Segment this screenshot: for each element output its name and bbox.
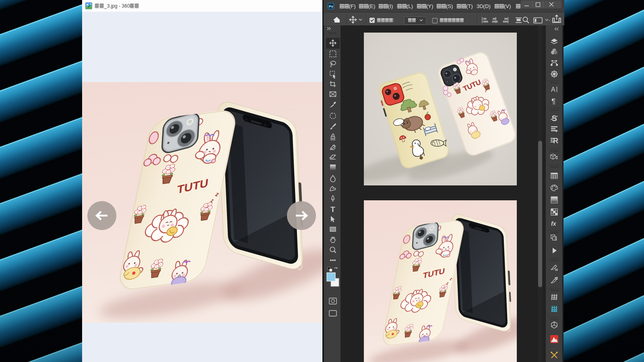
svg-text:¶: ¶ — [551, 97, 555, 105]
svg-text:5: 5 — [555, 237, 557, 241]
svg-text:R: R — [553, 137, 558, 145]
svg-text:T: T — [330, 205, 335, 214]
svg-text:fx: fx — [551, 220, 557, 227]
svg-text:A: A — [551, 86, 555, 93]
svg-text:Ps: Ps — [329, 4, 333, 8]
